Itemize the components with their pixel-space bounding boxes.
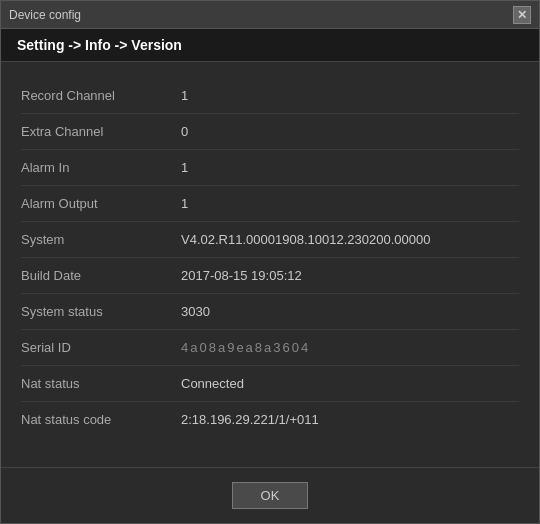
row-value: 4a08a9ea8a3604 bbox=[181, 340, 519, 355]
table-row: Extra Channel0 bbox=[21, 114, 519, 150]
close-icon: ✕ bbox=[517, 8, 527, 22]
table-row: Serial ID4a08a9ea8a3604 bbox=[21, 330, 519, 366]
row-label: Build Date bbox=[21, 268, 181, 283]
device-config-window: Device config ✕ Setting -> Info -> Versi… bbox=[0, 0, 540, 524]
row-label: Extra Channel bbox=[21, 124, 181, 139]
breadcrumb-text: Setting -> Info -> Version bbox=[17, 37, 182, 53]
row-label: Serial ID bbox=[21, 340, 181, 355]
row-value: 1 bbox=[181, 88, 519, 103]
table-row: System status3030 bbox=[21, 294, 519, 330]
row-value: 0 bbox=[181, 124, 519, 139]
row-value: 3030 bbox=[181, 304, 519, 319]
table-row: Nat statusConnected bbox=[21, 366, 519, 402]
table-row: Alarm Output1 bbox=[21, 186, 519, 222]
row-value: Connected bbox=[181, 376, 519, 391]
ok-button[interactable]: OK bbox=[232, 482, 309, 509]
row-value: 1 bbox=[181, 196, 519, 211]
table-row: Build Date2017-08-15 19:05:12 bbox=[21, 258, 519, 294]
close-button[interactable]: ✕ bbox=[513, 6, 531, 24]
table-row: Alarm In1 bbox=[21, 150, 519, 186]
table-row: SystemV4.02.R11.00001908.10012.230200.00… bbox=[21, 222, 519, 258]
table-row: Record Channel1 bbox=[21, 78, 519, 114]
footer: OK bbox=[1, 467, 539, 523]
row-value: 1 bbox=[181, 160, 519, 175]
row-label: Nat status bbox=[21, 376, 181, 391]
table-row: Nat status code2:18.196.29.221/1/+011 bbox=[21, 402, 519, 437]
row-label: Record Channel bbox=[21, 88, 181, 103]
row-value: V4.02.R11.00001908.10012.230200.00000 bbox=[181, 232, 519, 247]
row-label: Alarm Output bbox=[21, 196, 181, 211]
row-label: System bbox=[21, 232, 181, 247]
row-label: Nat status code bbox=[21, 412, 181, 427]
window-title: Device config bbox=[9, 8, 81, 22]
row-label: System status bbox=[21, 304, 181, 319]
info-content: Record Channel1Extra Channel0Alarm In1Al… bbox=[1, 62, 539, 467]
row-value: 2017-08-15 19:05:12 bbox=[181, 268, 519, 283]
breadcrumb: Setting -> Info -> Version bbox=[1, 29, 539, 62]
row-value: 2:18.196.29.221/1/+011 bbox=[181, 412, 519, 427]
title-bar: Device config ✕ bbox=[1, 1, 539, 29]
row-label: Alarm In bbox=[21, 160, 181, 175]
